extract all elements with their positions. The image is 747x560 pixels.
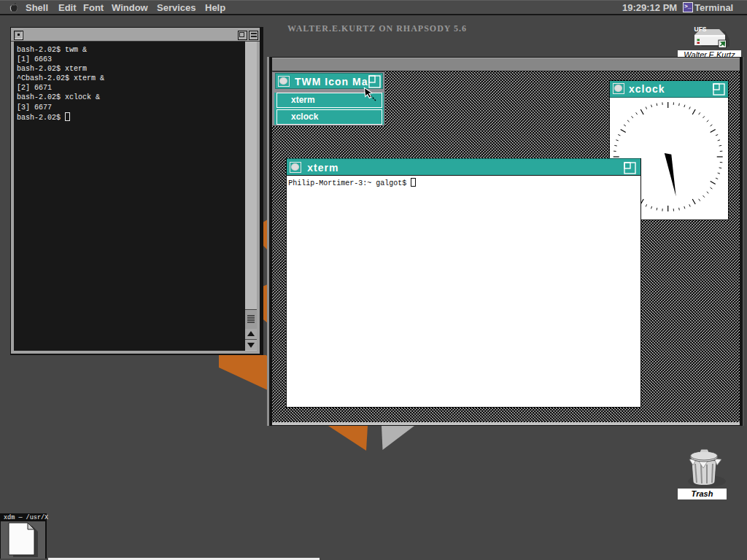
svg-text:UFS: UFS (694, 26, 707, 33)
